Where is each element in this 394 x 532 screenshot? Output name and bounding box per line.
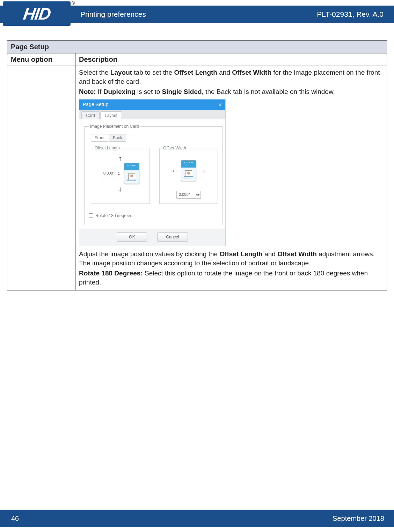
card-preview-length — [124, 163, 139, 184]
offset-length-value: 0.000" — [103, 171, 114, 176]
brand-logo-text: HID — [22, 4, 51, 23]
doc-rev: PLT-02931, Rev. A.0 — [317, 10, 384, 19]
table-header-row: Menu option Description — [7, 53, 387, 66]
tab-front[interactable]: Front — [91, 134, 108, 142]
page-setup-table: Page Setup Menu option Description Selec… — [7, 40, 387, 290]
offset-length-group: Offset Length ↑ 0.000" ▲ — [91, 145, 149, 204]
brand-logo: HID ® — [3, 1, 71, 26]
card-preview-width — [181, 160, 196, 181]
offset-width-legend: Offset Width — [162, 145, 188, 151]
desc-paragraph-2: Adjust the image position values by clic… — [79, 250, 383, 267]
table-row: Select the Layout tab to set the Offset … — [7, 66, 387, 290]
front-back-tabs: Front Back — [91, 134, 218, 142]
desc-note: Note: If Duplexing is set to Single Side… — [79, 87, 383, 96]
dialog-main-tabs: Card Layout — [79, 110, 225, 119]
page-setup-dialog: Page Setup × Card Layout Image Placement… — [79, 99, 226, 246]
page-number: 46 — [11, 515, 19, 523]
section-title: Printing preferences — [80, 10, 146, 19]
spinner-left-icon[interactable]: ◀ — [196, 193, 197, 196]
offset-width-value: 0.000" — [179, 192, 190, 197]
offset-length-input[interactable]: 0.000" ▲ ▼ — [101, 170, 121, 177]
arrow-up-icon: ↑ — [118, 155, 122, 162]
offset-length-spinner[interactable]: ▲ ▼ — [118, 171, 120, 176]
dialog-title: Page Setup — [83, 101, 108, 108]
tab-back[interactable]: Back — [109, 134, 126, 142]
desc-paragraph-3: Rotate 180 Degrees: Select this option t… — [79, 269, 383, 287]
description-cell: Select the Layout tab to set the Offset … — [75, 66, 387, 290]
offset-width-spinner[interactable]: ◀ ▶ — [196, 193, 200, 196]
desc-paragraph-1: Select the Layout tab to set the Offset … — [79, 68, 383, 86]
table-title: Page Setup — [7, 41, 387, 53]
offset-row: Offset Length ↑ 0.000" ▲ — [89, 145, 218, 204]
arrow-down-icon: ↓ — [118, 185, 122, 192]
registered-mark: ® — [72, 1, 75, 6]
page-header: Printing preferences PLT-02931, Rev. A.0… — [0, 0, 394, 27]
col-header-menu: Menu option — [7, 53, 75, 66]
tab-layout[interactable]: Layout — [100, 111, 122, 119]
tab-card[interactable]: Card — [81, 111, 100, 119]
page-footer: 46 September 2018 — [0, 510, 394, 527]
rotate-checkbox[interactable] — [89, 213, 93, 218]
image-placement-legend: Image Placement on Card — [89, 124, 140, 129]
page-content: Page Setup Menu option Description Selec… — [0, 27, 394, 290]
close-icon[interactable]: × — [218, 102, 222, 108]
spinner-down-icon[interactable]: ▼ — [118, 173, 120, 176]
offset-width-input[interactable]: 0.000" ◀ ▶ — [176, 191, 201, 199]
dialog-button-row: OK Cancel — [79, 229, 225, 246]
rotate-row: Rotate 180 degrees — [89, 213, 218, 219]
cancel-button[interactable]: Cancel — [157, 232, 188, 242]
spinner-right-icon[interactable]: ▶ — [198, 193, 200, 196]
spinner-up-icon[interactable]: ▲ — [118, 171, 120, 173]
arrow-right-icon: → — [199, 166, 206, 175]
dialog-body: Image Placement on Card Front Back Offse… — [79, 119, 225, 229]
col-header-desc: Description — [75, 53, 387, 66]
offset-width-group: Offset Width ← → — [159, 145, 218, 204]
footer-date: September 2018 — [333, 515, 384, 523]
dialog-titlebar: Page Setup × — [79, 99, 225, 110]
image-placement-group: Image Placement on Card Front Back Offse… — [84, 124, 222, 225]
menu-option-cell — [7, 66, 75, 290]
table-title-row: Page Setup — [7, 41, 387, 53]
rotate-label: Rotate 180 degrees — [95, 213, 132, 219]
ok-button[interactable]: OK — [117, 232, 147, 242]
arrow-left-icon: ← — [171, 166, 178, 175]
offset-length-legend: Offset Length — [93, 145, 121, 151]
